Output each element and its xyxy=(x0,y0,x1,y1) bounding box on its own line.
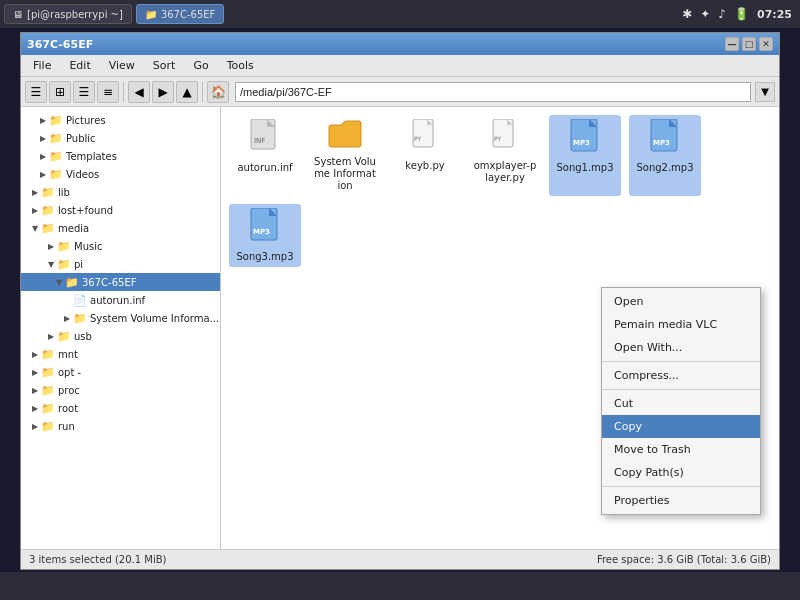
menu-edit[interactable]: Edit xyxy=(61,57,98,74)
up-button[interactable]: ▲ xyxy=(176,81,198,103)
terminal-icon: 🖥 xyxy=(13,9,23,20)
toggle-sidebar-button[interactable]: ☰ xyxy=(25,81,47,103)
file-song2[interactable]: MP3 Song2.mp3 xyxy=(629,115,701,196)
menu-file[interactable]: File xyxy=(25,57,59,74)
ctx-properties[interactable]: Properties xyxy=(602,489,760,512)
address-bar: ▼ xyxy=(235,82,775,102)
ctx-separator-3 xyxy=(602,486,760,487)
address-input[interactable] xyxy=(235,82,751,102)
maximize-button[interactable]: □ xyxy=(742,37,756,51)
tree-item-videos[interactable]: ▶ 📁 Videos xyxy=(21,165,220,183)
tree-item-public[interactable]: ▶ 📁 Public xyxy=(21,129,220,147)
file-autorun[interactable]: INF autorun.inf xyxy=(229,115,301,196)
clock: 07:25 xyxy=(757,8,792,21)
file-omxplayer[interactable]: PY omxplayer-player.py xyxy=(469,115,541,196)
expand-icon: ▶ xyxy=(29,366,41,378)
tree-item-templates[interactable]: ▶ 📁 Templates xyxy=(21,147,220,165)
expand-icon: ▶ xyxy=(29,384,41,396)
terminal-label: [pi@raspberrypi ~] xyxy=(27,9,123,20)
view-list-button[interactable]: ☰ xyxy=(73,81,95,103)
expand-icon: ▶ xyxy=(37,132,49,144)
ctx-compress[interactable]: Compress... xyxy=(602,364,760,387)
ctx-cut[interactable]: Cut xyxy=(602,392,760,415)
ctx-open[interactable]: Open xyxy=(602,290,760,313)
inf-icon: INF xyxy=(249,119,281,160)
file-label: Song1.mp3 xyxy=(556,162,613,174)
tree-item-proc[interactable]: ▶ 📁 proc xyxy=(21,381,220,399)
content-area: ▶ 📁 Pictures ▶ 📁 Public ▶ 📁 Templates ▶ … xyxy=(21,107,779,549)
tree-item-usb[interactable]: ▶ 📁 usb xyxy=(21,327,220,345)
tree-item-system-volume[interactable]: ▶ 📁 System Volume Informa... xyxy=(21,309,220,327)
tree-item-root[interactable]: ▶ 📁 root xyxy=(21,399,220,417)
folder-icon: 📁 xyxy=(49,114,63,127)
svg-text:INF: INF xyxy=(254,137,265,145)
menu-view[interactable]: View xyxy=(101,57,143,74)
mp3-icon: MP3 xyxy=(249,208,281,249)
file-label: autorun.inf xyxy=(237,162,292,174)
tree-item-opt[interactable]: ▶ 📁 opt - xyxy=(21,363,220,381)
folder-icon: 📁 xyxy=(73,312,87,325)
menu-go[interactable]: Go xyxy=(185,57,216,74)
folder-icon: 📁 xyxy=(41,402,55,415)
file-label: System Volume Information xyxy=(313,156,377,192)
minimize-button[interactable]: — xyxy=(725,37,739,51)
ctx-copy-path[interactable]: Copy Path(s) xyxy=(602,461,760,484)
terminal-taskbar-btn[interactable]: 🖥 [pi@raspberrypi ~] xyxy=(4,4,132,24)
expand-icon: ▼ xyxy=(45,258,57,270)
filemanager-taskbar-btn[interactable]: 📁 367C-65EF xyxy=(136,4,224,24)
file-label: Song3.mp3 xyxy=(236,251,293,263)
tree-item-run[interactable]: ▶ 📁 run xyxy=(21,417,220,435)
toolbar-separator-2 xyxy=(202,82,203,102)
tree-label: Templates xyxy=(66,151,117,162)
file-pane[interactable]: INF autorun.inf System Volume Informatio… xyxy=(221,107,779,549)
tree-item-pictures[interactable]: ▶ 📁 Pictures xyxy=(21,111,220,129)
forward-button[interactable]: ▶ xyxy=(152,81,174,103)
tree-item-autorun[interactable]: 📄 autorun.inf xyxy=(21,291,220,309)
file-label: Song2.mp3 xyxy=(636,162,693,174)
tree-item-lib[interactable]: ▶ 📁 lib xyxy=(21,183,220,201)
menu-tools[interactable]: Tools xyxy=(219,57,262,74)
view-detail-button[interactable]: ≡ xyxy=(97,81,119,103)
taskbar-left: 🖥 [pi@raspberrypi ~] 📁 367C-65EF xyxy=(0,4,682,24)
taskbar: 🖥 [pi@raspberrypi ~] 📁 367C-65EF ✱ ✦ ♪ 🔋… xyxy=(0,0,800,28)
expand-icon: ▶ xyxy=(29,420,41,432)
view-icons-button[interactable]: ⊞ xyxy=(49,81,71,103)
ctx-vlc[interactable]: Pemain media VLC xyxy=(602,313,760,336)
toolbar-separator-1 xyxy=(123,82,124,102)
folder-icon: 📁 xyxy=(57,240,71,253)
file-song1[interactable]: MP3 Song1.mp3 xyxy=(549,115,621,196)
context-menu: Open Pemain media VLC Open With... Compr… xyxy=(601,287,761,515)
py-icon: PY xyxy=(491,119,519,158)
ctx-open-with[interactable]: Open With... xyxy=(602,336,760,359)
svg-text:PY: PY xyxy=(494,135,501,142)
menu-sort[interactable]: Sort xyxy=(145,57,184,74)
file-keyb-py[interactable]: PY keyb.py xyxy=(389,115,461,196)
ctx-move-trash[interactable]: Move to Trash xyxy=(602,438,760,461)
close-button[interactable]: ✕ xyxy=(759,37,773,51)
folder-icon: 📁 xyxy=(49,150,63,163)
tree-label: lost+found xyxy=(58,205,113,216)
tree-item-367c[interactable]: ▼ 📁 367C-65EF xyxy=(21,273,220,291)
tree-label: Public xyxy=(66,133,96,144)
tree-item-media[interactable]: ▼ 📁 media xyxy=(21,219,220,237)
ctx-copy[interactable]: Copy xyxy=(602,415,760,438)
bluetooth-icon: ✱ xyxy=(682,7,692,21)
home-button[interactable]: 🏠 xyxy=(207,81,229,103)
folder-taskbar-icon: 📁 xyxy=(145,9,157,20)
tree-label: Music xyxy=(74,241,102,252)
tree-item-music[interactable]: ▶ 📁 Music xyxy=(21,237,220,255)
svg-text:MP3: MP3 xyxy=(253,228,270,236)
back-button[interactable]: ◀ xyxy=(128,81,150,103)
tree-item-lost-found[interactable]: ▶ 📁 lost+found xyxy=(21,201,220,219)
titlebar-controls: — □ ✕ xyxy=(725,37,773,51)
folder-icon: 📁 xyxy=(41,348,55,361)
bottom-taskbar xyxy=(0,572,800,600)
address-dropdown[interactable]: ▼ xyxy=(755,82,775,102)
taskbar-right: ✱ ✦ ♪ 🔋 07:25 xyxy=(682,7,800,21)
tree-item-mnt[interactable]: ▶ 📁 mnt xyxy=(21,345,220,363)
tree-label: autorun.inf xyxy=(90,295,145,306)
expand-icon: ▶ xyxy=(45,240,57,252)
file-song3[interactable]: MP3 Song3.mp3 xyxy=(229,204,301,267)
tree-item-pi[interactable]: ▼ 📁 pi xyxy=(21,255,220,273)
file-system-volume[interactable]: System Volume Information xyxy=(309,115,381,196)
